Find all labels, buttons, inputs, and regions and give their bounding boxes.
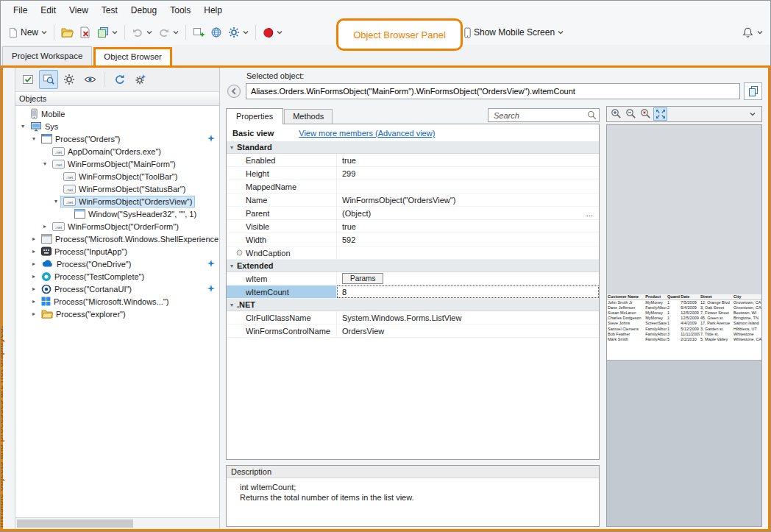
- property-row[interactable]: ClrFullClassNameSystem.Windows.Forms.Lis…: [227, 311, 599, 324]
- tree-item[interactable]: Window("SysHeader32", "", 1): [15, 208, 219, 220]
- undo-button[interactable]: [129, 24, 155, 40]
- menu-edit[interactable]: Edit: [34, 3, 63, 18]
- zoom-out-button[interactable]: [624, 107, 638, 121]
- save-all-button[interactable]: [94, 24, 121, 40]
- show-hidden-objects-button[interactable]: [80, 70, 99, 89]
- expand-arrow-icon[interactable]: ▸: [40, 223, 50, 230]
- property-row[interactable]: wItemCount: [227, 285, 599, 299]
- new-button[interactable]: New: [5, 25, 50, 40]
- zoom-reset-button[interactable]: [639, 107, 653, 121]
- close-document-button[interactable]: [77, 24, 94, 40]
- preview-options-dropdown[interactable]: [745, 107, 759, 121]
- expand-arrow-icon[interactable]: ▸: [29, 285, 39, 292]
- property-row[interactable]: Enabledtrue: [227, 154, 599, 167]
- show-mobile-screen-button[interactable]: Show Mobile Screen: [461, 25, 566, 40]
- expand-arrow-icon[interactable]: ▸: [29, 260, 39, 267]
- tree-item[interactable]: ▸Process("explorer"): [15, 308, 219, 320]
- collapse-arrow-icon[interactable]: ▾: [230, 144, 233, 151]
- tree-item[interactable]: ▸Process("OneDrive"): [15, 258, 219, 270]
- property-value-input[interactable]: [342, 287, 598, 297]
- add-item-button[interactable]: [190, 24, 207, 40]
- menu-test[interactable]: Test: [95, 3, 124, 18]
- collapse-arrow-icon[interactable]: ▾: [230, 302, 233, 308]
- section-header[interactable]: ▾Extended: [227, 260, 599, 272]
- property-row[interactable]: MappedName: [227, 180, 599, 194]
- property-row[interactable]: NameWinFormsObject("OrdersView"): [227, 194, 599, 207]
- refresh-tree-button[interactable]: [110, 70, 129, 89]
- tree-item[interactable]: .netWinFormsObject("StatusBar"): [15, 182, 219, 195]
- redo-button[interactable]: [155, 24, 182, 40]
- menu-file[interactable]: File: [7, 3, 34, 18]
- property-row[interactable]: Width592: [227, 233, 599, 247]
- property-row[interactable]: WinFormsControlNameOrdersView: [227, 324, 599, 338]
- property-value[interactable]: [337, 180, 599, 193]
- open-button[interactable]: [58, 25, 77, 40]
- search-input[interactable]: [492, 110, 587, 121]
- menu-view[interactable]: View: [63, 3, 95, 18]
- expand-arrow-icon[interactable]: ▸: [29, 235, 39, 242]
- tree-item[interactable]: .netAppDomain("Orders.exe"): [15, 145, 219, 157]
- tree-item[interactable]: ▸Process("InputApp"): [15, 245, 219, 258]
- params-button[interactable]: Params: [342, 273, 383, 284]
- back-button[interactable]: [226, 83, 242, 99]
- expand-arrow-icon[interactable]: ▸: [29, 273, 39, 280]
- collapse-arrow-icon[interactable]: ▾: [18, 123, 28, 130]
- run-settings-button[interactable]: [225, 24, 252, 40]
- menu-tools[interactable]: Tools: [163, 3, 197, 18]
- property-value[interactable]: true: [337, 154, 599, 166]
- section-header[interactable]: ▾.NET: [227, 299, 599, 311]
- ellipsis-button[interactable]: ...: [586, 209, 593, 218]
- fit-to-window-button[interactable]: [653, 107, 667, 121]
- collapse-arrow-icon[interactable]: ▾: [40, 160, 50, 167]
- property-value[interactable]: true: [337, 220, 599, 233]
- selected-object-path[interactable]: [246, 83, 740, 99]
- collapse-arrow-icon[interactable]: ▾: [29, 135, 39, 142]
- tree-horizontal-scrollbar[interactable]: [15, 517, 219, 529]
- zoom-in-button[interactable]: [609, 107, 623, 121]
- tab-methods[interactable]: Methods: [284, 109, 333, 124]
- expand-arrow-icon[interactable]: ▸: [29, 311, 39, 317]
- property-row[interactable]: WndCaption: [227, 247, 599, 260]
- tree-settings-button[interactable]: [60, 70, 79, 89]
- property-value[interactable]: 299: [337, 167, 599, 180]
- property-value[interactable]: 592: [337, 233, 599, 246]
- property-row[interactable]: Parent(Object)...: [227, 207, 599, 220]
- property-value[interactable]: (Object)...: [337, 207, 599, 219]
- show-checked-objects-button[interactable]: [18, 70, 38, 89]
- tab-project-workspace[interactable]: Project Workspace: [2, 46, 92, 65]
- tree-item[interactable]: .netWinFormsObject("ToolBar"): [15, 170, 219, 182]
- property-value[interactable]: [337, 285, 599, 298]
- copy-path-button[interactable]: [744, 82, 762, 100]
- menu-debug[interactable]: Debug: [124, 3, 163, 18]
- web-button[interactable]: [207, 24, 225, 40]
- tree-item[interactable]: ▾.netWinFormsObject("OrdersView"): [15, 195, 219, 208]
- expand-arrow-icon[interactable]: ▸: [29, 298, 39, 305]
- tree-item[interactable]: ▾.netWinFormsObject("MainForm"): [15, 157, 219, 170]
- tree-item[interactable]: ▸Process("Microsoft.Windows.ShellExperie…: [15, 233, 219, 245]
- notifications-button[interactable]: [739, 24, 766, 41]
- tab-properties[interactable]: Properties: [226, 108, 283, 124]
- property-row[interactable]: wItemParams: [227, 272, 599, 285]
- collapse-arrow-icon[interactable]: ▾: [230, 263, 233, 269]
- property-value[interactable]: OrdersView: [337, 324, 599, 337]
- property-value[interactable]: [337, 247, 599, 259]
- tree-item[interactable]: ▸.netWinFormsObject("OrderForm"): [15, 220, 219, 233]
- section-header[interactable]: ▾Standard: [227, 141, 599, 154]
- highlight-object-button[interactable]: [39, 70, 58, 89]
- scrollbar-thumb[interactable]: [17, 519, 133, 528]
- property-value[interactable]: System.Windows.Forms.ListView: [337, 311, 599, 324]
- expand-arrow-icon[interactable]: ▸: [29, 248, 39, 255]
- collapse-arrow-icon[interactable]: ▾: [51, 198, 61, 205]
- property-row[interactable]: Visibletrue: [227, 220, 599, 233]
- tree-item[interactable]: Mobile: [15, 107, 219, 120]
- record-button[interactable]: [260, 25, 285, 40]
- property-value[interactable]: Params: [337, 272, 599, 285]
- tab-object-browser[interactable]: Object Browser: [93, 47, 172, 68]
- tree-item[interactable]: ▸Process("CortanaUI"): [15, 283, 219, 295]
- add-process-button[interactable]: [131, 70, 150, 89]
- advanced-view-link[interactable]: View more members (Advanced view): [299, 129, 435, 138]
- tree-item[interactable]: ▸Process("Microsoft.Windows..."): [15, 295, 219, 308]
- tree-item[interactable]: ▾Sys: [15, 120, 219, 132]
- tree-item[interactable]: ▾Process("Orders"): [15, 132, 219, 145]
- property-value[interactable]: WinFormsObject("OrdersView"): [337, 194, 599, 206]
